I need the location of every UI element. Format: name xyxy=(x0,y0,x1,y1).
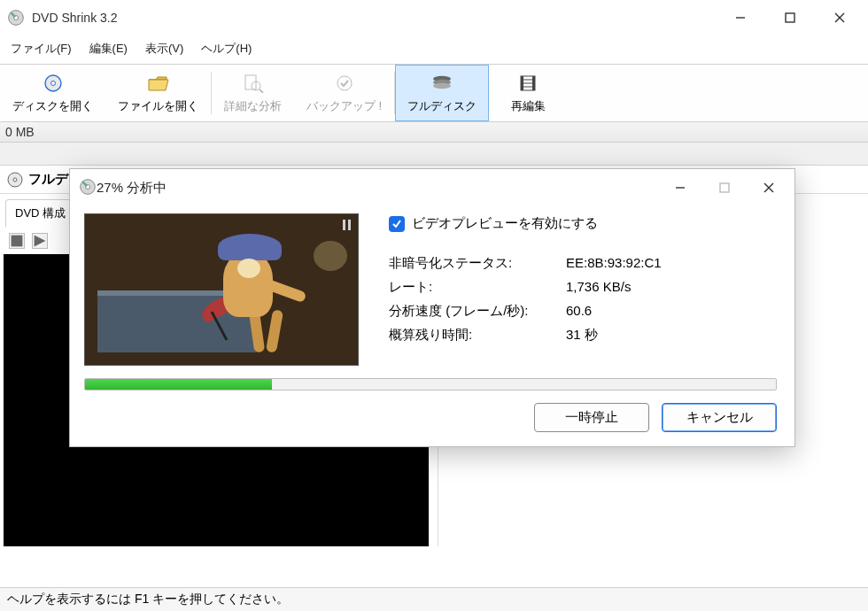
dialog-minimize-button[interactable] xyxy=(658,169,702,206)
stop-button[interactable] xyxy=(9,233,25,249)
fps-value: 60.6 xyxy=(566,303,777,320)
size-strip: 0 MB xyxy=(0,122,868,143)
svg-rect-28 xyxy=(720,183,729,192)
eta-label: 概算残り時間: xyxy=(389,327,566,344)
dialog-body: ビデオプレビューを有効にする 非暗号化ステータス: EE:8B:93:92:C1… xyxy=(70,206,794,369)
film-icon xyxy=(516,73,539,93)
statusbar: ヘルプを表示するには F1 キーを押してください。 xyxy=(0,587,868,611)
row-decrypt: 非暗号化ステータス: EE:8B:93:92:C1 xyxy=(389,255,777,272)
svg-point-14 xyxy=(433,83,451,89)
toolbar-full-disc-label: フルディスク xyxy=(407,98,477,114)
svg-rect-23 xyxy=(12,236,23,247)
decrypt-value: EE:8B:93:92:C1 xyxy=(566,255,777,272)
menu-help[interactable]: ヘルプ(H) xyxy=(199,39,253,58)
main-titlebar: DVD Shrink 3.2 xyxy=(0,0,868,35)
toolbar-reauthor[interactable]: 再編集 xyxy=(489,65,567,121)
row-eta: 概算残り時間: 31 秒 xyxy=(389,327,777,344)
folder-open-icon xyxy=(147,73,170,93)
svg-line-10 xyxy=(260,89,263,93)
toolbar-analyze-label: 詳細な分析 xyxy=(224,98,282,114)
menu-edit[interactable]: 編集(E) xyxy=(88,39,129,58)
pause-overlay-icon xyxy=(343,220,351,230)
svg-point-11 xyxy=(337,76,352,90)
row-rate: レート: 1,736 KB/s xyxy=(389,279,777,296)
stack-disc-icon xyxy=(430,73,453,93)
decrypt-label: 非暗号化ステータス: xyxy=(389,255,566,272)
fps-label: 分析速度 (フレーム/秒): xyxy=(389,303,566,320)
cancel-button[interactable]: キャンセル xyxy=(662,403,777,432)
disc-small-icon xyxy=(7,172,23,188)
svg-marker-24 xyxy=(35,236,46,247)
analyze-dialog: 27% 分析中 ビデオプレビ xyxy=(69,168,795,447)
app-icon xyxy=(7,9,25,27)
menubar: ファイル(F) 編集(E) 表示(V) ヘルプ(H) xyxy=(0,35,868,65)
progress-bar xyxy=(84,378,777,391)
dialog-info: ビデオプレビューを有効にする 非暗号化ステータス: EE:8B:93:92:C1… xyxy=(389,213,777,366)
main-maximize-button[interactable] xyxy=(765,0,815,35)
row-fps: 分析速度 (フレーム/秒): 60.6 xyxy=(389,303,777,320)
dialog-close-button[interactable] xyxy=(747,169,791,206)
main-minimize-button[interactable] xyxy=(716,0,765,35)
svg-point-22 xyxy=(13,178,17,182)
play-button[interactable] xyxy=(32,233,48,249)
main-close-button[interactable] xyxy=(815,0,864,35)
dialog-title: 27% 分析中 xyxy=(97,180,167,197)
dialog-app-icon xyxy=(79,178,97,198)
backup-icon xyxy=(333,73,356,93)
toolbar-analyze: 詳細な分析 xyxy=(212,65,294,121)
pause-button[interactable]: 一時停止 xyxy=(534,403,649,432)
dialog-titlebar: 27% 分析中 xyxy=(70,169,794,206)
toolbar-full-disc[interactable]: フルディスク xyxy=(395,65,489,121)
rate-label: レート: xyxy=(389,279,566,296)
dialog-button-row: 一時停止 キャンセル xyxy=(70,396,794,446)
menu-file[interactable]: ファイル(F) xyxy=(9,39,74,58)
video-preview-thumbnail xyxy=(84,213,359,366)
progress-fill xyxy=(85,379,272,390)
toolbar-backup: バックアップ ! xyxy=(294,65,394,121)
toolbar-open-file-label: ファイルを開く xyxy=(118,98,198,114)
svg-point-7 xyxy=(50,81,55,86)
app-title: DVD Shrink 3.2 xyxy=(32,11,117,25)
disc-icon xyxy=(42,73,65,93)
toolbar-open-file[interactable]: ファイルを開く xyxy=(105,65,211,121)
dialog-maximize-button xyxy=(702,169,747,206)
toolbar: ディスクを開く ファイルを開く 詳細な分析 バックアップ ! フルディスク 再編… xyxy=(0,65,868,122)
menu-view[interactable]: 表示(V) xyxy=(143,39,185,58)
toolbar-open-disc-label: ディスクを開く xyxy=(12,98,93,114)
magnifier-doc-icon xyxy=(242,73,265,93)
checkbox-checked-icon[interactable] xyxy=(389,216,405,232)
toolbar-reauthor-label: 再編集 xyxy=(511,98,546,114)
structure-tab[interactable]: DVD 構成 xyxy=(5,199,75,228)
eta-value: 31 秒 xyxy=(566,327,777,344)
rate-value: 1,736 KB/s xyxy=(566,279,777,296)
svg-rect-8 xyxy=(245,75,256,89)
toolbar-backup-label: バックアップ ! xyxy=(306,98,382,114)
spacer-strip xyxy=(0,143,868,166)
svg-rect-3 xyxy=(786,13,794,22)
toolbar-open-disc[interactable]: ディスクを開く xyxy=(0,65,105,121)
progress-wrap xyxy=(70,369,794,396)
preview-checkbox-label: ビデオプレビューを有効にする xyxy=(412,215,598,232)
preview-checkbox-row[interactable]: ビデオプレビューを有効にする xyxy=(389,215,777,232)
